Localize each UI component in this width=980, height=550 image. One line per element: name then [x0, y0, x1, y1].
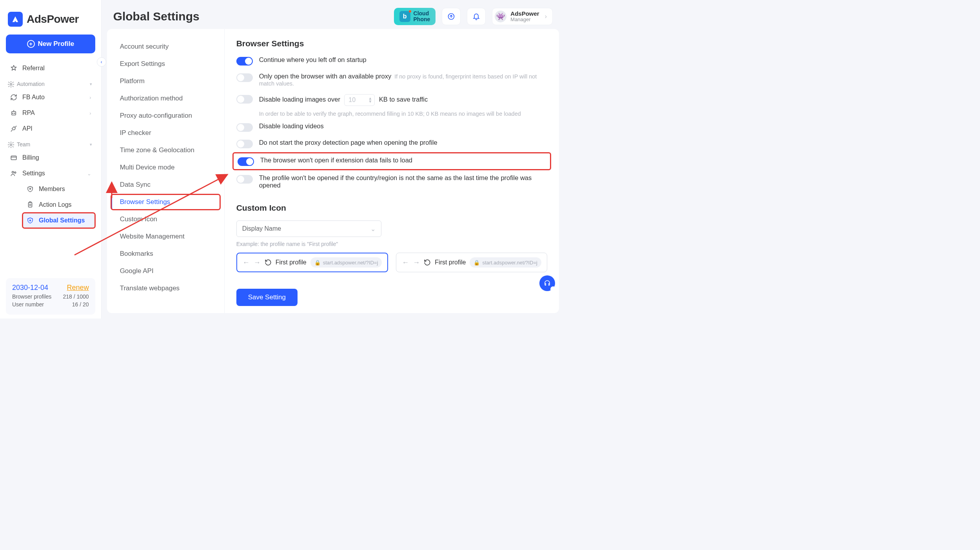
notifications-button[interactable] — [467, 8, 486, 25]
sidebar: AdsPower + New Profile ‹ Referral Automa… — [0, 0, 102, 319]
gear-icon — [7, 81, 14, 87]
svg-point-8 — [30, 188, 31, 189]
setting-disable-images: Disable loading images over 10▲▼ KB to s… — [236, 94, 547, 106]
svg-point-10 — [30, 220, 31, 221]
sidebar-item-rpa[interactable]: RPA › — [6, 105, 95, 121]
custom-icon-title: Custom Icon — [236, 203, 547, 213]
svg-rect-9 — [29, 202, 32, 207]
brand-logo[interactable]: AdsPower — [6, 6, 95, 35]
stepper-icon: ▲▼ — [368, 97, 372, 103]
toggle-disable-images[interactable] — [236, 95, 253, 104]
chevron-right-icon: › — [545, 13, 547, 20]
subnav-export-settings[interactable]: Export Settings — [111, 56, 220, 72]
chevron-down-icon: ▾ — [90, 142, 92, 147]
subnav-timezone-geo[interactable]: Time zone & Geolocation — [111, 142, 220, 158]
fb-auto-label: FB Auto — [22, 94, 45, 101]
subnav-platform[interactable]: Platform — [111, 73, 220, 89]
refresh-icon — [10, 93, 18, 101]
subnav-browser-settings[interactable]: Browser Settings — [111, 194, 220, 210]
setting-skip-proxy-detection: Do not start the proxy detection page wh… — [236, 139, 547, 148]
users-icon — [10, 169, 18, 177]
api-label: API — [22, 125, 33, 132]
new-profile-button[interactable]: + New Profile — [6, 35, 95, 53]
subnav-authorization-method[interactable]: Authorization method — [111, 91, 220, 106]
sidebar-item-billing[interactable]: Billing — [6, 150, 95, 166]
setting-extension-data-fail: The browser won't open if extension data… — [238, 157, 546, 166]
sidebar-collapse-button[interactable]: ‹ — [97, 57, 106, 67]
settings-panel: Account security Export Settings Platfor… — [107, 29, 559, 313]
svg-point-4 — [10, 144, 12, 146]
sidebar-item-settings[interactable]: Settings ⌄ — [6, 166, 95, 181]
toggle-skip-proxy-detection[interactable] — [236, 140, 253, 148]
toggle-continue-startup[interactable] — [236, 57, 253, 66]
sidebar-section-automation[interactable]: Automation ▾ — [6, 76, 95, 89]
setting-open-with-proxy: Only open the browser with an available … — [236, 73, 547, 87]
subnav-bookmarks[interactable]: Bookmarks — [111, 246, 220, 262]
cloud-phone-icon: b — [399, 11, 410, 22]
team-label: Team — [17, 141, 30, 148]
sidebar-item-global-settings[interactable]: Global Settings — [22, 213, 95, 228]
display-name-value: Display Name — [242, 225, 281, 232]
subnav-website-management[interactable]: Website Management — [111, 229, 220, 244]
upload-circle-icon — [447, 13, 455, 20]
toggle-disable-videos[interactable] — [236, 123, 253, 132]
chevron-right-icon: › — [89, 110, 91, 116]
toggle-extension-data-fail[interactable] — [238, 157, 254, 166]
renew-link[interactable]: Renew — [67, 284, 89, 292]
sidebar-nav: Referral Automation ▾ FB Auto › RPA › AP… — [6, 60, 95, 228]
browser-settings-title: Browser Settings — [236, 39, 547, 48]
setting-country-region-match: The profile won't be opened if the count… — [236, 174, 547, 189]
rpa-label: RPA — [22, 109, 35, 117]
sidebar-item-fb-auto[interactable]: FB Auto › — [6, 89, 95, 105]
forward-arrow-icon: → — [413, 259, 420, 267]
plug-icon — [10, 125, 18, 133]
sidebar-section-team[interactable]: Team ▾ — [6, 137, 95, 150]
subnav-account-security[interactable]: Account security — [111, 39, 220, 55]
billing-label: Billing — [22, 154, 39, 161]
settings-body: Browser Settings Continue where you left… — [225, 29, 559, 313]
bell-icon — [472, 13, 480, 20]
setting-disable-videos: Disable loading videos — [236, 122, 547, 132]
plus-circle-icon: + — [27, 40, 35, 48]
cloud-phone-button[interactable]: b CloudPhone — [394, 8, 436, 25]
subnav-translate-webpages[interactable]: Translate webpages — [111, 280, 220, 296]
subnav-proxy-auto-config[interactable]: Proxy auto-configuration — [111, 108, 220, 124]
subnav-google-api[interactable]: Google API — [111, 263, 220, 279]
global-settings-label: Global Settings — [39, 217, 85, 224]
subnav-ip-checker[interactable]: IP checker — [111, 125, 220, 141]
icon-preview-1[interactable]: ← → First profile 🔒start.adspower.net/?I… — [236, 253, 388, 272]
wallet-icon — [10, 154, 18, 162]
preview-title-2: First profile — [435, 259, 466, 266]
subnav-multi-device[interactable]: Multi Device mode — [111, 160, 220, 175]
sidebar-item-action-logs[interactable]: Action Logs — [22, 197, 95, 213]
kb-threshold-input[interactable]: 10▲▼ — [344, 94, 375, 106]
cloud-phone-label: CloudPhone — [414, 11, 430, 22]
svg-point-7 — [15, 172, 16, 173]
brand-logo-icon — [8, 12, 23, 27]
toggle-country-region-match[interactable] — [236, 175, 253, 184]
preview-url-1: 🔒start.adspower.net/?ID=j — [310, 257, 382, 268]
subnav-data-sync[interactable]: Data Sync — [111, 177, 220, 193]
users-label: User number — [12, 301, 44, 308]
shield-gear-icon — [26, 217, 34, 224]
lock-icon: 🔒 — [474, 260, 480, 266]
sidebar-item-api[interactable]: API — [6, 121, 95, 137]
svg-point-2 — [13, 113, 13, 114]
toggle-open-with-proxy[interactable] — [236, 73, 253, 82]
save-setting-button[interactable]: Save Setting — [236, 289, 298, 306]
display-name-select[interactable]: Display Name ⌄ — [236, 220, 381, 237]
sidebar-item-referral[interactable]: Referral — [6, 60, 95, 76]
svg-point-3 — [15, 113, 15, 114]
subnav-custom-icon[interactable]: Custom Icon — [111, 211, 220, 227]
sidebar-item-members[interactable]: Members — [22, 181, 95, 197]
icon-preview-row: ← → First profile 🔒start.adspower.net/?I… — [236, 253, 547, 272]
clipboard-icon — [26, 201, 34, 209]
sync-button[interactable] — [442, 8, 461, 25]
user-role: Manager — [510, 17, 539, 22]
floating-help-button[interactable] — [539, 275, 555, 291]
icon-preview-2[interactable]: ← → First profile 🔒start.adspower.net/?I… — [396, 253, 547, 272]
svg-point-6 — [12, 171, 14, 173]
user-menu[interactable]: 👾 AdsPower Manager › — [492, 8, 553, 25]
user-name: AdsPower — [510, 11, 539, 17]
star-icon — [10, 64, 18, 72]
